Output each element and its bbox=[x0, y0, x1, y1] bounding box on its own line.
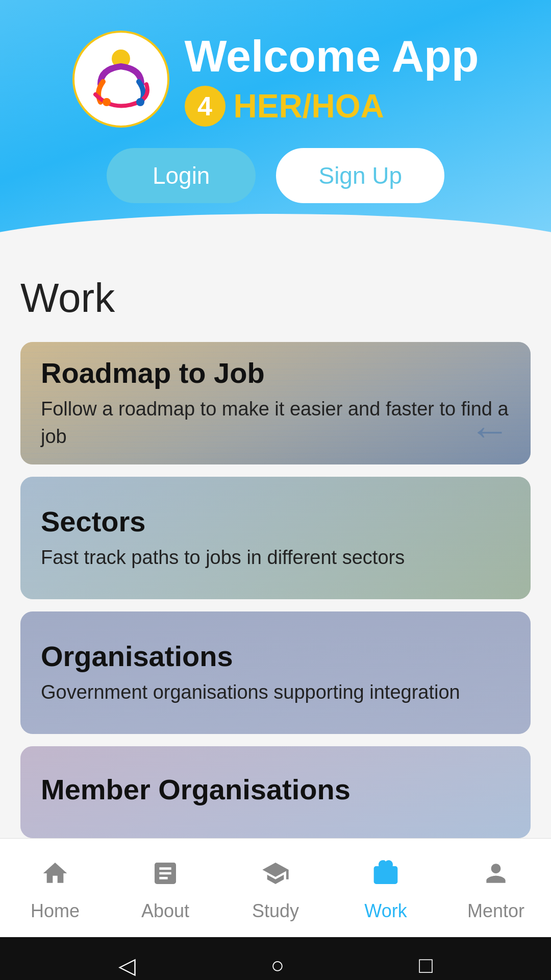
auth-buttons: Login Sign Up bbox=[107, 148, 444, 203]
main-content: Work Roadmap to Job Follow a roadmap to … bbox=[0, 254, 551, 838]
sectors-card[interactable]: Sectors Fast track paths to jobs in diff… bbox=[20, 477, 531, 599]
page-title: Work bbox=[20, 275, 531, 322]
logo bbox=[72, 31, 169, 128]
work-icon bbox=[371, 859, 400, 894]
nav-item-work[interactable]: Work bbox=[331, 854, 441, 927]
nav-item-about[interactable]: About bbox=[110, 854, 220, 927]
android-back-button[interactable]: ◁ bbox=[118, 952, 136, 978]
card-bg bbox=[20, 611, 531, 734]
svg-point-2 bbox=[136, 98, 144, 106]
organisations-title: Organisations bbox=[41, 640, 510, 673]
sectors-desc: Fast track paths to jobs in different se… bbox=[41, 544, 510, 571]
subtitle-row: 4 HER/HOA bbox=[185, 86, 384, 127]
nav-label-mentor: Mentor bbox=[467, 900, 524, 922]
header-top: Welcome App 4 HER/HOA bbox=[20, 31, 531, 128]
login-button[interactable]: Login bbox=[107, 148, 256, 203]
card-bg bbox=[20, 477, 531, 599]
svg-point-1 bbox=[103, 98, 111, 106]
nav-item-home[interactable]: Home bbox=[0, 854, 110, 927]
study-icon bbox=[261, 859, 290, 894]
header: Welcome App 4 HER/HOA Login Sign Up bbox=[0, 0, 551, 254]
app-title: Welcome App bbox=[185, 32, 479, 81]
nav-item-mentor[interactable]: Mentor bbox=[441, 854, 551, 927]
nav-label-about: About bbox=[141, 900, 189, 922]
mentor-icon bbox=[482, 859, 510, 894]
subtitle-text: HER/HOA bbox=[234, 87, 384, 125]
member-organisations-title: Member Organisations bbox=[41, 773, 510, 806]
about-icon bbox=[151, 859, 180, 894]
badge-number: 4 bbox=[185, 86, 226, 127]
android-nav: ◁ ○ □ bbox=[0, 937, 551, 980]
roadmap-title: Roadmap to Job bbox=[41, 356, 510, 389]
roadmap-card[interactable]: Roadmap to Job Follow a roadmap to make … bbox=[20, 342, 531, 464]
nav-label-work: Work bbox=[364, 900, 407, 922]
roadmap-desc: Follow a roadmap to make it easier and f… bbox=[41, 396, 510, 450]
android-home-button[interactable]: ○ bbox=[270, 952, 284, 978]
sectors-title: Sectors bbox=[41, 505, 510, 538]
organisations-card[interactable]: Organisations Government organisations s… bbox=[20, 611, 531, 734]
member-organisations-card[interactable]: Member Organisations bbox=[20, 746, 531, 838]
header-title-area: Welcome App 4 HER/HOA bbox=[185, 32, 479, 127]
organisations-desc: Government organisations supporting inte… bbox=[41, 679, 510, 706]
nav-label-study: Study bbox=[252, 900, 299, 922]
nav-item-study[interactable]: Study bbox=[220, 854, 331, 927]
signup-button[interactable]: Sign Up bbox=[276, 148, 444, 203]
bottom-nav: Home About Study Work Mentor bbox=[0, 838, 551, 937]
home-icon bbox=[41, 859, 69, 894]
card-list: Roadmap to Job Follow a roadmap to make … bbox=[20, 342, 531, 838]
android-recent-button[interactable]: □ bbox=[419, 952, 433, 978]
nav-label-home: Home bbox=[31, 900, 80, 922]
